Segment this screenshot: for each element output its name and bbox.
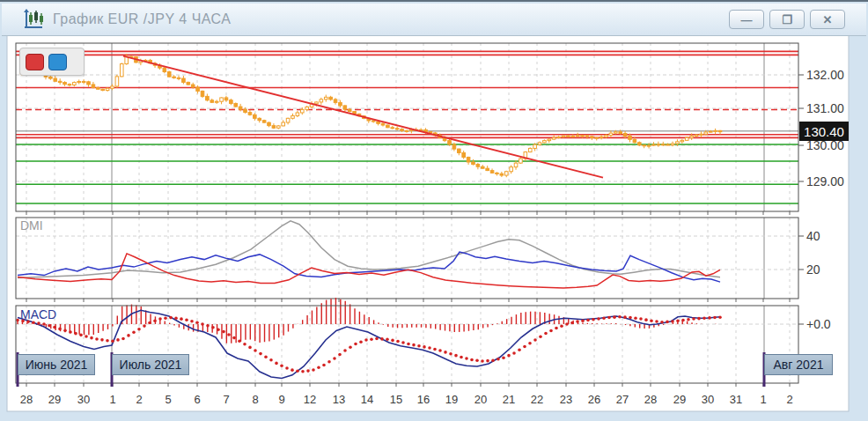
month-badge-june[interactable]: Июнь 2021 [18, 354, 95, 375]
minimize-icon: — [741, 13, 753, 26]
minimize-button[interactable]: — [729, 10, 764, 29]
day-tick-label: 16 [417, 393, 430, 406]
day-tick-label: 9 [278, 393, 284, 406]
price-tick-label: 130.00 [806, 138, 844, 152]
restore-button[interactable]: ❐ [769, 10, 805, 29]
day-tick-label: 2 [136, 393, 142, 406]
day-tick-label: 14 [361, 393, 373, 406]
day-tick-label: 26 [588, 393, 600, 406]
price-tick-label: 132.00 [806, 68, 844, 82]
day-tick-label: 1 [760, 393, 766, 406]
chart-window: График EUR /JPY 4 ЧАСА — ❐ ✕ DMI MACD 13… [0, 0, 868, 421]
day-tick-label: 21 [503, 393, 515, 406]
day-tick-label: 30 [702, 393, 714, 406]
day-tick-label: 31 [730, 393, 742, 406]
day-tick-label: 30 [77, 393, 90, 406]
price-tick-label: 129.00 [806, 174, 844, 188]
dmi-indicator-label: DMI [20, 218, 43, 233]
day-tick-label: 13 [333, 393, 345, 406]
candlestick-chart-icon [23, 8, 46, 31]
restore-icon: ❐ [782, 13, 792, 26]
day-tick-label: 2 [786, 393, 792, 406]
window-title: График EUR /JPY 4 ЧАСА [53, 11, 231, 27]
day-tick-label: 7 [223, 393, 229, 406]
day-tick-label: 15 [390, 393, 402, 406]
macd-tick-label: +0.0 [806, 317, 831, 331]
day-tick-label: 29 [673, 393, 686, 406]
day-tick-label: 29 [48, 393, 61, 406]
day-tick-label: 28 [20, 393, 33, 406]
macd-indicator-label: MACD [20, 307, 56, 321]
month-badge-july[interactable]: Июль 2021 [112, 354, 189, 375]
day-tick-label: 6 [194, 393, 200, 406]
day-tick-label: 1 [109, 393, 115, 406]
day-tick-label: 20 [474, 393, 487, 406]
day-tick-label: 27 [616, 393, 629, 406]
close-button[interactable]: ✕ [810, 10, 845, 29]
dmi-tick-label: 40 [806, 229, 820, 243]
close-icon: ✕ [823, 13, 833, 26]
chart-mini-toolbar [19, 48, 85, 76]
day-tick-label: 5 [165, 393, 171, 406]
dmi-tick-label: 20 [806, 262, 820, 277]
blue-marker-button[interactable] [48, 54, 67, 70]
price-tick-label: 131.00 [806, 101, 844, 115]
day-tick-label: 28 [644, 393, 657, 406]
day-tick-label: 19 [445, 393, 458, 406]
red-marker-button[interactable] [26, 54, 44, 70]
day-tick-label: 22 [531, 393, 543, 406]
day-tick-label: 12 [304, 393, 316, 406]
day-tick-label: 8 [252, 393, 258, 406]
day-tick-label: 23 [560, 393, 572, 406]
month-badge-august[interactable]: Авг 2021 [764, 354, 833, 375]
